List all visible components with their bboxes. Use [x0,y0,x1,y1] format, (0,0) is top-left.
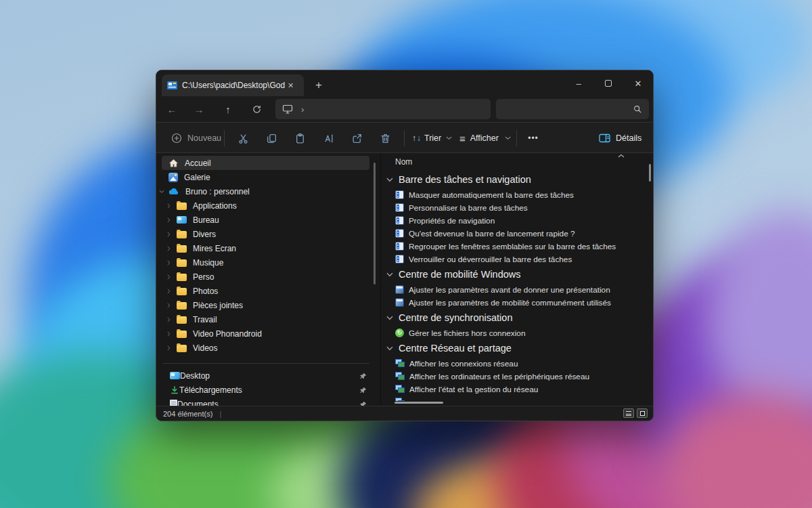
list-item-clipped[interactable] [381,396,646,401]
chevron-right-icon[interactable] [167,303,171,308]
chevron-right-icon[interactable] [167,203,171,209]
sidebar-item-perso[interactable]: Perso [156,270,380,284]
sync-center-icon: ↻ [395,329,404,337]
sidebar-item-onedrive[interactable]: Bruno : personnel [156,184,380,198]
group-header-synchronisation[interactable]: Centre de synchronisation [381,309,646,326]
sidebar-item-label: Divers [193,230,216,239]
sidebar-item-bureau[interactable]: Bureau [156,213,380,227]
details-pane-button[interactable]: Détails [595,128,646,148]
chevron-down-icon[interactable] [386,316,393,320]
minimize-button[interactable]: – [564,70,593,96]
sidebar-item-label: Pièces jointes [193,301,243,310]
sidebar-item-photos[interactable]: Photos [156,284,380,298]
refresh-icon [252,104,262,114]
chevron-down-icon[interactable] [386,177,393,182]
column-header-nom[interactable]: Nom [395,157,412,167]
sidebar-scrollbar[interactable] [374,163,376,284]
chevron-right-icon[interactable] [167,317,171,322]
sidebar-item-video-phonandroid[interactable]: Video Phonandroid [156,326,380,341]
list-item[interactable]: Qu'est devenue la barre de lancement rap… [381,227,646,240]
group-header-mobilite[interactable]: Centre de mobilité Windows [381,266,646,283]
desktop-icon [177,216,187,224]
cut-icon [238,133,249,144]
up-button[interactable]: ↑ [218,100,238,119]
rename-icon [323,133,334,144]
tab-close-button[interactable]: ✕ [288,81,294,90]
sidebar-item-galerie[interactable]: Galerie [156,170,380,184]
back-button[interactable]: ← [162,100,182,119]
content-horizontal-scrollbar[interactable] [394,402,443,404]
rename-button[interactable] [318,129,338,148]
explorer-tab[interactable]: C:\Users\pacid\Desktop\GodM ✕ [162,75,304,96]
content-vertical-scrollbar[interactable] [649,164,651,182]
share-button[interactable] [346,129,367,148]
chevron-down-icon[interactable] [386,272,393,277]
sort-button-label: Trier [424,133,441,143]
taskbar-settings-icon [395,190,404,199]
breadcrumb-chevron-icon[interactable]: › [301,104,304,114]
sidebar-item-travail[interactable]: Travail [156,312,380,326]
chevron-down-icon[interactable] [159,190,164,194]
sidebar-item-mires-ecran[interactable]: Mires Ecran [156,241,380,255]
new-button-label: Nouveau [187,133,221,143]
sidebar-item-accueil[interactable]: Accueil [156,156,380,170]
list-item[interactable]: Afficher les connexions réseau [381,357,646,370]
list-item[interactable]: Afficher les ordinateurs et les périphér… [381,370,646,383]
delete-button[interactable] [375,129,395,148]
folder-icon [177,231,187,238]
sidebar-item-label: Video Phonandroid [193,329,262,339]
chevron-right-icon[interactable] [167,274,171,280]
chevron-right-icon[interactable] [167,246,171,251]
large-icons-view-toggle[interactable] [637,408,648,418]
view-button[interactable]: ≡ Afficher [459,128,511,148]
new-button[interactable]: Nouveau [166,128,227,148]
paste-button[interactable] [290,129,310,148]
chevron-right-icon[interactable] [167,345,171,351]
chevron-right-icon[interactable] [167,260,171,266]
group-header-taskbar[interactable]: Barre des tâches et navigation [381,171,646,188]
list-item[interactable]: Regrouper les fenêtres semblables sur la… [381,240,646,253]
sort-button[interactable]: ↑↓ Trier [412,128,452,148]
copy-button[interactable] [261,129,281,148]
details-view-toggle[interactable] [623,408,634,418]
maximize-icon [605,80,612,87]
sidebar-item-videos[interactable]: Videos [156,341,380,355]
chevron-right-icon[interactable] [167,232,171,237]
cut-button[interactable] [233,129,253,148]
new-tab-button[interactable]: + [309,76,328,95]
sidebar-item-label: Bureau [193,215,219,225]
sidebar-item-label: Applications [193,201,237,211]
sidebar-item-divers[interactable]: Divers [156,227,380,241]
refresh-button[interactable] [246,100,267,119]
folder-icon [177,316,187,324]
chevron-right-icon[interactable] [167,331,171,337]
maximize-button[interactable] [593,70,623,96]
address-bar[interactable]: › [275,99,491,119]
group-header-reseau[interactable]: Centre Réseau et partage [381,339,646,357]
close-button[interactable]: ✕ [623,70,653,96]
details-pane-label: Détails [616,133,641,143]
list-item[interactable]: Ajuster les paramètres de mobilité commu… [381,296,646,309]
sidebar-item-pieces-jointes[interactable]: Pièces jointes [156,298,380,312]
more-options-button[interactable]: ••• [523,128,543,148]
status-divider: | [219,410,221,418]
titlebar[interactable]: C:\Users\pacid\Desktop\GodM ✕ + – ✕ [156,70,653,96]
sidebar-item-applications[interactable]: Applications [156,198,380,213]
file-explorer-window: C:\Users\pacid\Desktop\GodM ✕ + – ✕ ← → … [156,70,654,421]
list-item[interactable]: Masquer automatiquement la barre des tâc… [381,188,646,201]
chevron-right-icon[interactable] [167,217,171,223]
forward-button[interactable]: → [189,100,209,119]
control-panel-icon [167,81,177,89]
search-input[interactable] [496,99,649,119]
list-item[interactable]: Propriétés de navigation [381,214,646,227]
list-item[interactable]: Afficher l'état et la gestion du réseau [381,383,646,396]
list-item[interactable]: Verrouiller ou déverrouiller la barre de… [381,253,646,266]
sidebar-item-telechargements[interactable]: Téléchargements [156,383,380,397]
chevron-down-icon[interactable] [386,346,393,351]
list-item[interactable]: Personnaliser la barre des tâches [381,201,646,214]
list-item[interactable]: Ajuster les paramètres avant de donner u… [381,283,646,296]
sidebar-item-desktop[interactable]: Desktop [156,368,380,383]
sidebar-item-musique[interactable]: Musique [156,255,380,270]
chevron-right-icon[interactable] [167,289,171,294]
list-item[interactable]: ↻Gérer les fichiers hors connexion [381,326,646,339]
